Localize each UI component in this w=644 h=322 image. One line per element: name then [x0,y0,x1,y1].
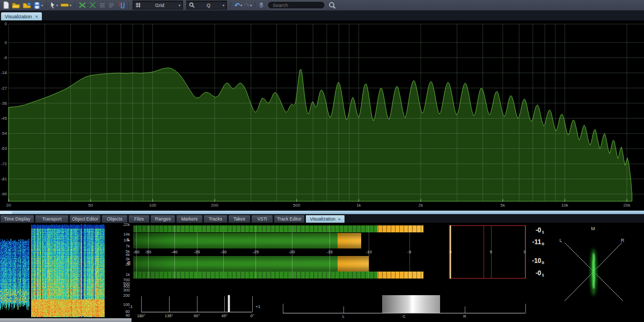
toolbar-separator [231,2,231,9]
tab-transport[interactable]: Transport [35,215,69,223]
meter-scale-label: -60 [133,250,140,254]
correlation-tick [252,296,253,312]
group-tool-icon[interactable] [107,1,116,10]
tab-label: Object Editor [72,216,98,222]
svg-text:-54: -54 [1,131,7,136]
chevron-down-icon: ▾ [223,3,224,7]
peak-memory-line [484,225,484,279]
svg-text:100: 100 [149,203,157,208]
tab-ranges[interactable]: Ranges [150,215,175,223]
meter-scale-label: -25 [253,250,259,254]
zoom-preset-dropdown[interactable]: Q ▾ [186,1,227,10]
save-project-icon[interactable]: ▾ [32,1,44,10]
svg-text:-81: -81 [1,177,7,181]
mouse-mode-icon[interactable] [258,1,265,10]
tab-markers[interactable]: Markers [176,215,203,223]
tab-tracks[interactable]: Tracks [203,215,228,223]
tab-label: Tracks [209,216,222,222]
tab-label: Takes [233,216,245,222]
object-mode-icon[interactable]: ▾ [59,1,72,10]
new-file-icon[interactable] [2,1,11,10]
tab-takes[interactable]: Takes [228,215,251,223]
toolbar-separator [255,2,255,9]
svg-text:50: 50 [88,203,93,208]
search-box[interactable] [267,1,325,9]
grid-dropdown[interactable]: Grid ▾ [133,1,183,10]
splitter-grab[interactable] [0,211,12,214]
correlation-min-label: -1 [129,304,133,309]
freq-axis-label: 300 [114,288,130,292]
channel-label-l: L [127,237,130,242]
redo-icon[interactable]: ↷ ▾ [243,1,253,10]
tab-label: Files [134,216,144,222]
svg-text:-45: -45 [1,116,7,121]
svg-text:-27: -27 [1,86,7,91]
correlation-axis [141,312,252,312]
import-audio-icon[interactable] [21,1,32,10]
correlation-max-label: +1 [255,304,260,309]
chevron-down-icon: ▾ [240,3,242,7]
correlation-tick [141,296,142,312]
search-input[interactable] [272,2,321,9]
cursor-tool-icon[interactable]: ▾ [49,1,59,10]
balance-end-tick [525,304,526,313]
search-icon[interactable] [327,1,337,10]
chevron-down-icon: ▾ [250,3,252,7]
spectrogram-scrollbar[interactable] [0,318,131,322]
svg-text:20: 20 [6,203,11,208]
svg-text:0: 0 [5,21,8,26]
tab-objects[interactable]: Objects [101,215,128,223]
tab-label: VSTi [257,216,267,222]
visualization-dock: 22k14k10k7k5k4k3k2k1k7005004003002001006… [0,223,644,322]
goniometer-mid-label: M [591,226,595,231]
correlation-tick [224,296,225,312]
top-tab-bar: Visualization× [0,11,644,20]
freq-axis-label: 100 [114,303,130,307]
svg-text:-36: -36 [1,101,7,106]
correlation-deg-label: 135° [165,313,173,318]
correlation-deg-label: 180° [137,313,145,318]
chevron-down-icon: ▾ [56,3,58,7]
tab-track-editor[interactable]: Track Editor [274,215,305,223]
cut-tool-icon[interactable] [77,1,87,10]
chevron-down-icon: ▾ [70,3,71,7]
crossfade-tool-icon[interactable] [87,1,98,10]
tab-time-display[interactable]: Time Display [0,215,34,223]
level-readout: -01 [526,226,544,235]
goniometer: M L R [553,223,644,322]
tab-object-editor[interactable]: Object Editor [69,215,101,223]
correlation-tick [197,296,197,312]
svg-text:200: 200 [211,203,218,208]
freq-axis-label: 7k [114,244,130,248]
freq-axis-label: 40 [114,313,130,318]
horizontal-splitter[interactable] [0,210,644,214]
balance-peak-line [412,295,413,313]
toolbar-separator [128,2,129,9]
meter-scale-label: -5 [407,250,411,254]
svg-text:-72: -72 [1,162,7,166]
meter-scale-label: -15 [326,250,333,254]
svg-text:-90: -90 [1,192,7,196]
tab-label: Track Editor [277,216,302,222]
tab-visualization[interactable]: Visualization× [1,12,42,20]
level-readout: -110 [526,238,544,246]
close-icon[interactable]: × [35,14,38,19]
spectrum-analyzer-panel: 00-9-18-27-36-45-54-63-72-81-90205010020… [0,20,644,210]
close-icon[interactable]: × [338,217,341,222]
tab-visualization[interactable]: Visualization× [305,215,345,223]
correlation-deg-label: 0° [250,313,254,318]
meter-scale-label: -30 [221,250,227,254]
spectrum-chart: 00-9-18-27-36-45-54-63-72-81-90205010020… [0,20,644,210]
svg-text:2k: 2k [419,203,423,208]
spectrogram [0,224,105,318]
channel-label-r: R [127,260,131,266]
tab-vsti[interactable]: VSTi [251,215,273,223]
tab-files[interactable]: Files [128,215,150,223]
svg-text:5k: 5k [501,203,506,208]
snap-magnet-icon[interactable] [116,1,126,10]
undo-icon[interactable]: ↶ ▾ [233,1,243,10]
open-project-icon[interactable] [11,1,21,10]
level-readout: -01 [526,269,544,277]
meter-scale-label: -40 [171,250,178,254]
list-tool-icon[interactable] [98,1,107,10]
